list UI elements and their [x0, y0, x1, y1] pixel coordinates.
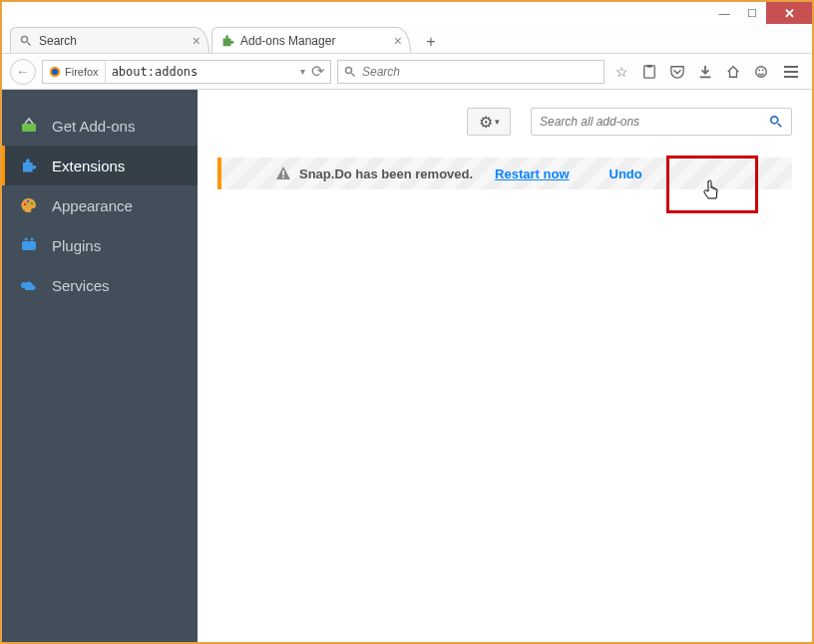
search-icon[interactable] — [769, 115, 783, 129]
back-arrow-icon: ← — [16, 64, 30, 80]
tab-addons-manager[interactable]: Add-ons Manager × — [211, 27, 411, 53]
sidebar-item-extensions[interactable]: Extensions — [2, 146, 198, 185]
reload-icon[interactable]: ⟳ — [311, 62, 324, 81]
search-icon — [19, 34, 33, 48]
svg-line-1 — [28, 42, 31, 45]
puzzle-icon — [20, 157, 38, 174]
sidebar-item-label: Get Add-ons — [52, 118, 135, 135]
addons-main-panel: ⚙ ▾ Snap.Do has been removed. Restart no… — [198, 90, 812, 642]
svg-point-12 — [24, 203, 26, 205]
tab-search[interactable]: Search × — [10, 27, 209, 53]
new-tab-button[interactable]: + — [419, 31, 443, 53]
addon-search-input[interactable] — [540, 115, 769, 129]
svg-point-4 — [346, 67, 352, 73]
home-button[interactable] — [722, 61, 744, 83]
addons-top-row: ⚙ ▾ — [217, 108, 792, 136]
puzzle-icon — [220, 34, 234, 48]
restart-now-link[interactable]: Restart now — [495, 166, 569, 181]
identity-box[interactable]: Firefox — [43, 61, 106, 83]
sidebar-item-get-addons[interactable]: Get Add-ons — [2, 106, 198, 146]
svg-point-0 — [22, 36, 28, 42]
star-icon: ☆ — [615, 64, 628, 80]
close-icon: ✕ — [784, 6, 795, 21]
basket-icon — [20, 117, 38, 135]
search-bar[interactable] — [337, 60, 605, 84]
pocket-icon — [670, 65, 684, 79]
sidebar-item-plugins[interactable]: Plugins — [2, 225, 198, 265]
gear-icon: ⚙ — [479, 113, 493, 132]
clipboard-icon — [642, 65, 656, 79]
pocket-button[interactable] — [666, 61, 688, 83]
smile-icon — [754, 65, 768, 79]
addons-sidebar: Get Add-ons Extensions Appearance Plugin… — [2, 90, 198, 642]
svg-point-18 — [771, 117, 778, 124]
search-input[interactable] — [362, 65, 598, 79]
bookmark-star-button[interactable]: ☆ — [610, 61, 632, 83]
library-button[interactable] — [638, 61, 660, 83]
tab-close-icon[interactable]: × — [193, 33, 201, 49]
sidebar-item-label: Plugins — [52, 237, 101, 254]
undo-link[interactable]: Undo — [610, 166, 642, 181]
svg-rect-21 — [282, 176, 284, 178]
minimize-button[interactable]: — — [710, 2, 738, 24]
palette-icon — [20, 196, 38, 214]
identity-label: Firefox — [65, 66, 99, 78]
sidebar-item-label: Services — [52, 277, 110, 294]
svg-point-9 — [758, 69, 760, 71]
svg-rect-20 — [282, 170, 284, 175]
tab-label: Search — [39, 34, 77, 48]
sidebar-item-label: Extensions — [52, 158, 125, 174]
download-icon — [698, 65, 712, 79]
svg-point-17 — [31, 238, 34, 241]
content-area: Get Add-ons Extensions Appearance Plugin… — [2, 90, 812, 642]
menu-button[interactable] — [778, 59, 804, 85]
svg-rect-6 — [644, 65, 655, 77]
svg-line-19 — [778, 124, 782, 128]
notification-message: Snap.Do has been removed. — [299, 166, 473, 181]
svg-rect-7 — [646, 65, 651, 68]
maximize-icon: ☐ — [747, 7, 757, 20]
svg-point-13 — [27, 200, 29, 202]
search-icon — [344, 66, 356, 78]
svg-rect-15 — [22, 241, 36, 250]
sidebar-item-services[interactable]: Services — [2, 265, 198, 305]
warning-icon — [275, 165, 291, 181]
url-text: about:addons — [106, 65, 294, 79]
hamburger-line — [784, 71, 798, 73]
svg-rect-11 — [22, 124, 36, 132]
svg-line-5 — [352, 73, 355, 76]
plus-icon: + — [426, 33, 435, 51]
tab-label: Add-ons Manager — [240, 34, 335, 48]
downloads-button[interactable] — [694, 61, 716, 83]
feedback-button[interactable] — [750, 61, 772, 83]
svg-point-14 — [31, 202, 33, 204]
caret-down-icon: ▾ — [495, 117, 500, 127]
brick-icon — [20, 236, 38, 254]
tab-close-icon[interactable]: × — [394, 33, 402, 49]
url-bar[interactable]: Firefox about:addons ▾ ⟳ — [42, 60, 331, 84]
hamburger-line — [784, 66, 798, 68]
back-button[interactable]: ← — [10, 59, 36, 85]
hamburger-line — [784, 76, 798, 78]
close-button[interactable]: ✕ — [766, 2, 812, 24]
addon-search-box[interactable] — [531, 108, 792, 136]
sidebar-item-label: Appearance — [52, 197, 133, 214]
tab-strip: Search × Add-ons Manager × + — [2, 24, 812, 54]
tools-menu-button[interactable]: ⚙ ▾ — [467, 108, 511, 136]
sidebar-item-appearance[interactable]: Appearance — [2, 185, 198, 225]
cloud-icon — [20, 276, 38, 294]
svg-point-16 — [25, 238, 28, 241]
minimize-icon: — — [719, 7, 730, 19]
maximize-button[interactable]: ☐ — [738, 2, 766, 24]
removal-notification: Snap.Do has been removed. Restart now Un… — [217, 158, 792, 189]
svg-point-3 — [52, 69, 58, 75]
dropdown-icon[interactable]: ▾ — [300, 66, 305, 77]
window-titlebar: — ☐ ✕ — [2, 2, 812, 24]
home-icon — [726, 65, 740, 79]
navigation-toolbar: ← Firefox about:addons ▾ ⟳ ☆ — [2, 54, 812, 90]
firefox-icon — [49, 66, 61, 78]
svg-point-10 — [762, 69, 764, 71]
